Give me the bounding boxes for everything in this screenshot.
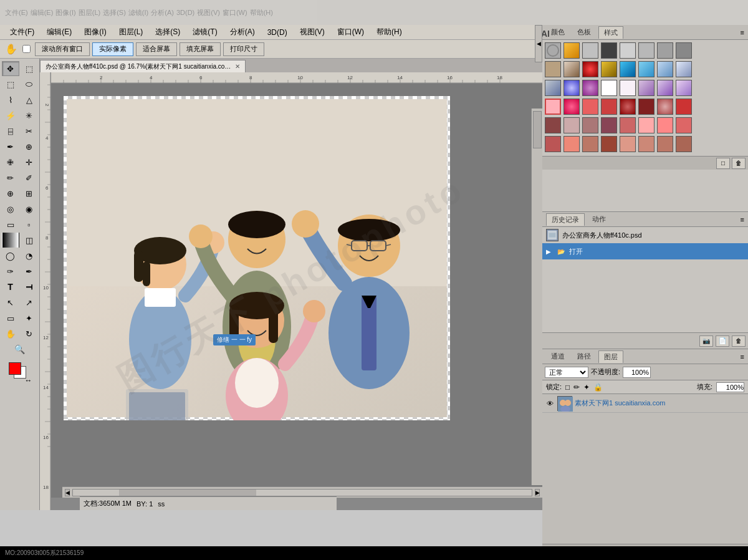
- direct-select-tool[interactable]: ↗: [21, 295, 38, 310]
- history-brush-tool[interactable]: ◎: [2, 201, 19, 216]
- new-style-btn[interactable]: □: [716, 158, 730, 169]
- vertical-type-tool[interactable]: T: [21, 279, 38, 294]
- history-panel-menu[interactable]: ≡: [741, 216, 744, 223]
- path-select-tool[interactable]: ↖: [2, 295, 19, 310]
- swatch-9[interactable]: [563, 61, 580, 77]
- swatch-28[interactable]: [620, 99, 636, 115]
- tab-history[interactable]: 历史记录: [546, 213, 585, 226]
- move-tool[interactable]: ✥: [2, 61, 19, 76]
- color-sample-tool[interactable]: ⊕: [21, 139, 38, 154]
- swatch-18[interactable]: [582, 80, 598, 96]
- history-item-0[interactable]: 办公室商务人物ff410c.psd: [542, 227, 748, 243]
- foreground-color-box[interactable]: [9, 362, 21, 375]
- scroll-all-checkbox[interactable]: [22, 45, 31, 53]
- brush-tool[interactable]: ✏: [2, 170, 19, 185]
- eraser-tool[interactable]: ▭: [2, 217, 19, 232]
- crop-tool[interactable]: ⌸: [2, 123, 19, 138]
- swatch-37[interactable]: [638, 117, 654, 133]
- create-snapshot-btn[interactable]: 📷: [699, 336, 713, 347]
- lock-edit-icon[interactable]: ✏: [573, 383, 580, 392]
- menu-window[interactable]: 窗口(W): [332, 26, 369, 39]
- swatch-36[interactable]: [620, 117, 636, 133]
- swatch-20[interactable]: [620, 80, 636, 96]
- new-document-btn[interactable]: 📄: [716, 336, 729, 347]
- gradient-tool[interactable]: G: [2, 233, 19, 248]
- swatch-5[interactable]: [638, 42, 654, 59]
- swatch-29[interactable]: [638, 99, 654, 115]
- trash-style-btn[interactable]: 🗑: [732, 158, 746, 169]
- opacity-input[interactable]: [623, 367, 651, 378]
- swatch-26[interactable]: [582, 99, 598, 115]
- swatch-21[interactable]: [638, 80, 654, 96]
- paint-bucket-tool[interactable]: ◫: [21, 233, 38, 248]
- art-history-tool[interactable]: ◉: [21, 201, 38, 216]
- swatch-41[interactable]: [563, 136, 580, 152]
- scroll-all-button[interactable]: 滚动所有窗口: [35, 42, 90, 56]
- swatch-19[interactable]: [601, 80, 617, 96]
- lock-move-icon[interactable]: ✦: [583, 383, 590, 392]
- custom-shape-tool[interactable]: ✦: [21, 311, 38, 326]
- spot-heal-tool[interactable]: ✙: [2, 155, 19, 170]
- menu-analyze[interactable]: 分析(A): [225, 26, 260, 39]
- fill-screen-button[interactable]: 填充屏幕: [180, 42, 221, 56]
- swatch-14[interactable]: [657, 61, 673, 77]
- swatch-11[interactable]: [601, 61, 617, 77]
- swatch-43[interactable]: [601, 136, 617, 152]
- swatch-34[interactable]: [582, 117, 598, 133]
- swatch-7[interactable]: [676, 42, 692, 59]
- swatch-1[interactable]: [563, 42, 580, 59]
- swatch-46[interactable]: [657, 136, 673, 152]
- scroll-left-btn[interactable]: ◀: [65, 489, 70, 496]
- swatch-24[interactable]: [545, 99, 561, 115]
- menu-image[interactable]: 图像(I): [79, 26, 111, 39]
- swatch-31[interactable]: [676, 99, 692, 115]
- lasso-tool[interactable]: ⌇: [2, 92, 19, 107]
- swatch-12[interactable]: [620, 61, 636, 77]
- menu-file[interactable]: 文件(F): [5, 26, 39, 39]
- quick-select-tool[interactable]: ⚡: [2, 108, 19, 123]
- menu-filter[interactable]: 滤镜(T): [188, 26, 222, 39]
- blend-mode-select[interactable]: 正常 溶解 变暗 正片叠底: [545, 367, 588, 378]
- swatch-6[interactable]: [657, 42, 673, 59]
- hand-tool[interactable]: ✋: [2, 326, 19, 341]
- history-item-1[interactable]: ▶ 📂 打开: [542, 243, 748, 259]
- swatch-15[interactable]: [676, 61, 692, 77]
- delete-history-btn[interactable]: 🗑: [732, 336, 746, 347]
- poly-lasso-tool[interactable]: △: [21, 92, 38, 107]
- swatch-25[interactable]: [563, 99, 580, 115]
- swatch-23[interactable]: [676, 80, 692, 96]
- menu-select[interactable]: 选择(S): [150, 26, 185, 39]
- shape-tool[interactable]: ▭: [2, 311, 19, 326]
- bg-eraser-tool[interactable]: ▫: [21, 217, 38, 232]
- swatch-2[interactable]: [582, 42, 598, 59]
- scrollbar-thumb-h[interactable]: [119, 490, 257, 496]
- swatch-8[interactable]: [545, 61, 561, 77]
- menu-3d[interactable]: 3D(D): [262, 27, 292, 38]
- swatch-10[interactable]: [582, 61, 598, 77]
- magic-wand-tool[interactable]: ✳: [21, 108, 38, 123]
- slice-tool[interactable]: ✂: [21, 123, 38, 138]
- swatch-0[interactable]: [545, 42, 561, 59]
- swatch-3[interactable]: [601, 42, 617, 59]
- swatch-27[interactable]: [601, 99, 617, 115]
- layer-visibility-toggle[interactable]: 👁: [545, 398, 555, 408]
- swatch-4[interactable]: [620, 42, 636, 59]
- swatch-42[interactable]: [582, 136, 598, 152]
- tab-swatches[interactable]: 色板: [572, 26, 596, 38]
- swatch-30[interactable]: [657, 99, 673, 115]
- tab-paths[interactable]: 路径: [572, 350, 596, 362]
- actual-pixels-button[interactable]: 实际像素: [92, 42, 133, 56]
- menu-edit[interactable]: 编辑(E): [42, 26, 77, 39]
- scrollbar-thumb-vertical[interactable]: [533, 111, 542, 148]
- swatch-13[interactable]: [638, 61, 654, 77]
- lock-pixels-icon[interactable]: □: [565, 383, 570, 392]
- swatch-38[interactable]: [657, 117, 673, 133]
- print-size-button[interactable]: 打印尺寸: [223, 42, 264, 56]
- tab-layers[interactable]: 图层: [598, 350, 623, 363]
- swatch-17[interactable]: [563, 80, 580, 96]
- swatch-45[interactable]: [638, 136, 654, 152]
- canvas-scrollbar-vertical[interactable]: [531, 109, 542, 485]
- swatch-40[interactable]: [545, 136, 561, 152]
- type-tool[interactable]: T: [2, 279, 19, 294]
- pen-tool[interactable]: ✑: [2, 264, 19, 279]
